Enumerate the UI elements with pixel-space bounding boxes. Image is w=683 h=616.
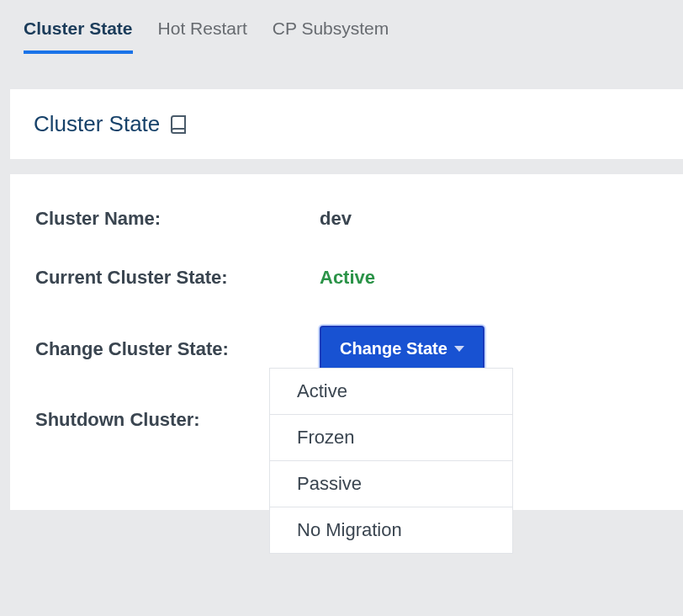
dropdown-option-no-migration[interactable]: No Migration <box>269 507 513 554</box>
cluster-name-label: Cluster Name: <box>35 208 320 230</box>
panel-header: Cluster State <box>10 89 683 159</box>
dropdown-option-active[interactable]: Active <box>269 368 513 415</box>
current-state-label: Current Cluster State: <box>35 267 320 289</box>
change-state-button[interactable]: Change State <box>320 326 484 372</box>
dropdown-option-passive[interactable]: Passive <box>269 460 513 507</box>
change-state-dropdown: Active Frozen Passive No Migration <box>269 368 513 554</box>
tab-bar: Cluster State Hot Restart CP Subsystem <box>0 0 683 54</box>
row-change-state: Change Cluster State: Change State <box>35 326 658 372</box>
cluster-name-value: dev <box>320 208 352 230</box>
row-current-state: Current Cluster State: Active <box>35 267 658 289</box>
dropdown-option-frozen[interactable]: Frozen <box>269 414 513 461</box>
row-cluster-name: Cluster Name: dev <box>35 208 658 230</box>
panel-title-text: Cluster State <box>34 111 160 137</box>
change-state-button-label: Change State <box>340 339 447 358</box>
caret-down-icon <box>454 346 464 352</box>
current-state-value: Active <box>320 267 375 289</box>
tab-cluster-state[interactable]: Cluster State <box>24 19 133 54</box>
tab-cp-subsystem[interactable]: CP Subsystem <box>273 19 389 54</box>
panel-title: Cluster State <box>34 111 659 137</box>
book-icon <box>168 114 188 135</box>
tab-hot-restart[interactable]: Hot Restart <box>158 19 247 54</box>
content-panel: Cluster Name: dev Current Cluster State:… <box>10 174 683 510</box>
change-state-label: Change Cluster State: <box>35 338 320 360</box>
